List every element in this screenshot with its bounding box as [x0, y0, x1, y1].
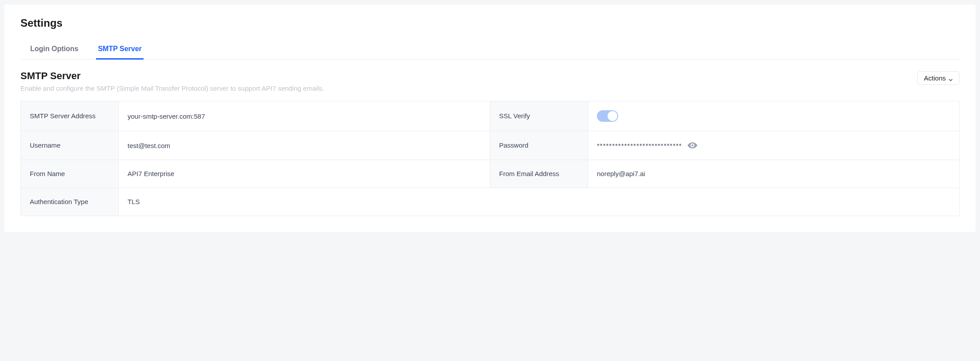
- auth-type-value: TLS: [119, 188, 959, 216]
- svg-point-0: [692, 144, 693, 146]
- from-email-value: noreply@api7.ai: [588, 160, 959, 188]
- username-value: test@test.com: [119, 131, 490, 160]
- ssl-verify-label: SSL Verify: [490, 101, 588, 131]
- page-title: Settings: [20, 17, 960, 29]
- actions-label: Actions: [924, 74, 946, 82]
- chevron-down-icon: [948, 76, 953, 80]
- smtp-address-label: SMTP Server Address: [21, 101, 119, 131]
- smtp-address-value: your-smtp-server.com:587: [119, 101, 490, 131]
- table-row: SMTP Server Address your-smtp-server.com…: [21, 101, 959, 131]
- password-value: ****************************: [588, 131, 959, 160]
- from-email-label: From Email Address: [490, 160, 588, 188]
- tab-smtp-server[interactable]: SMTP Server: [96, 40, 143, 60]
- password-masked: ****************************: [597, 142, 682, 149]
- toggle-knob: [608, 111, 617, 121]
- ssl-verify-value: [588, 101, 959, 131]
- table-row: Authentication Type TLS: [21, 188, 959, 216]
- tab-login-options[interactable]: Login Options: [28, 40, 80, 60]
- section-title-wrap: SMTP Server Enable and configure the SMT…: [20, 70, 917, 92]
- table-row: From Name API7 Enterprise From Email Add…: [21, 160, 959, 188]
- tabs: Login Options SMTP Server: [20, 40, 960, 60]
- username-label: Username: [21, 131, 119, 160]
- section-header: SMTP Server Enable and configure the SMT…: [20, 70, 960, 92]
- from-name-value: API7 Enterprise: [119, 160, 490, 188]
- section-title: SMTP Server: [20, 70, 917, 82]
- from-name-label: From Name: [21, 160, 119, 188]
- table-row: Username test@test.com Password ********…: [21, 131, 959, 160]
- settings-card: Settings Login Options SMTP Server SMTP …: [4, 4, 976, 232]
- password-label: Password: [490, 131, 588, 160]
- auth-type-label: Authentication Type: [21, 188, 119, 216]
- section-description: Enable and configure the SMTP (Simple Ma…: [20, 84, 917, 92]
- smtp-details-table: SMTP Server Address your-smtp-server.com…: [20, 101, 960, 216]
- actions-button[interactable]: Actions: [917, 71, 960, 85]
- ssl-verify-toggle[interactable]: [597, 110, 618, 122]
- eye-icon[interactable]: [687, 140, 698, 151]
